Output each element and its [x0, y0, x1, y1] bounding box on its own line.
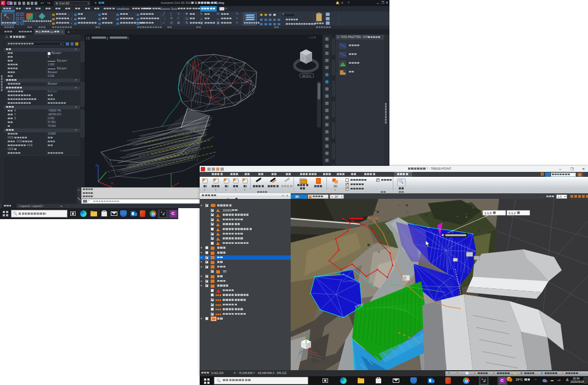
- svg-text:WCS ▾: WCS ▾: [302, 74, 311, 77]
- svg-text:X: X: [111, 182, 113, 185]
- svg-text:1:1.0: 1:1.0: [484, 211, 492, 215]
- svg-text:□: □: [308, 58, 310, 61]
- svg-text:Z: Z: [95, 164, 98, 167]
- svg-text:– □ ×: – □ ×: [308, 36, 316, 39]
- svg-text:No.1:212: No.1:212: [368, 216, 379, 220]
- svg-text:Y: Y: [108, 170, 110, 174]
- svg-text:1:1.2: 1:1.2: [508, 211, 516, 215]
- svg-text:]: ]: [128, 36, 129, 40]
- svg-text:[-][: [-][: [86, 36, 90, 40]
- svg-text:□: □: [302, 57, 304, 60]
- svg-text:][: ][: [106, 36, 109, 40]
